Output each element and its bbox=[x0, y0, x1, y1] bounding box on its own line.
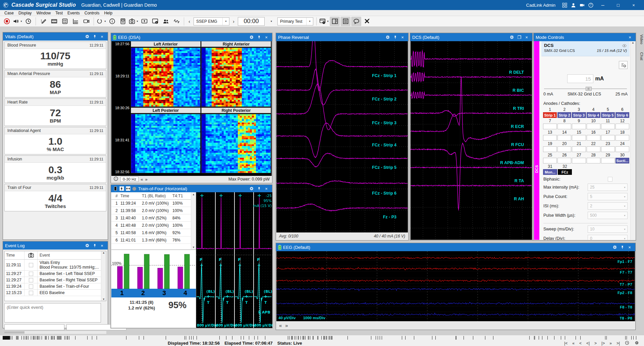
electrode-chip-empty[interactable] bbox=[543, 124, 557, 129]
gear-icon[interactable] bbox=[611, 244, 619, 251]
electrode-chip-strip-1[interactable]: Strip 1 bbox=[543, 112, 557, 118]
tof-table-row[interactable]: 611:41:011.3 mV (68%)76% bbox=[111, 236, 196, 244]
montage-icon[interactable] bbox=[49, 17, 59, 26]
bubble-icon[interactable] bbox=[351, 17, 361, 26]
event-checkbox[interactable] bbox=[29, 263, 33, 267]
annotate-icon[interactable] bbox=[38, 17, 48, 26]
close-icon[interactable]: × bbox=[263, 185, 270, 192]
param-dropdown[interactable]: 0▼ bbox=[588, 235, 628, 240]
list-toggle-icon[interactable] bbox=[340, 17, 351, 26]
electrode-chip-empty[interactable] bbox=[615, 146, 629, 152]
playback-control[interactable]: > bbox=[592, 341, 599, 346]
menu-item-display[interactable]: Display bbox=[16, 11, 34, 15]
impedance-icon[interactable] bbox=[118, 17, 128, 26]
pin-icon[interactable] bbox=[255, 185, 263, 192]
electrode-chip-strip-3[interactable]: Strip 3 bbox=[572, 112, 586, 118]
volume-icon[interactable]: ▼ bbox=[12, 17, 22, 26]
electrode-chip-empty[interactable] bbox=[587, 146, 600, 152]
gear-icon[interactable] bbox=[248, 185, 255, 192]
close-icon[interactable]: × bbox=[399, 34, 406, 41]
maximize-button[interactable]: □ bbox=[610, 0, 626, 10]
clear-x-icon[interactable] bbox=[362, 17, 372, 26]
electrode-chip-sucti-[interactable]: Sucti... bbox=[615, 158, 629, 163]
event-log-scrollbar[interactable]: ▲▼ bbox=[101, 251, 106, 301]
pin-icon[interactable] bbox=[619, 244, 626, 251]
minimize-button[interactable]: ─ bbox=[595, 0, 610, 10]
snapshot-icon[interactable]: ▼ bbox=[128, 17, 139, 26]
probe-icon[interactable]: ▼ bbox=[96, 17, 106, 26]
electrode-chip-empty[interactable] bbox=[557, 135, 571, 141]
electrode-chip-empty[interactable] bbox=[543, 135, 557, 141]
event-checkbox[interactable] bbox=[29, 291, 33, 295]
playback-control[interactable]: |< bbox=[562, 341, 570, 346]
electrode-chip-empty[interactable] bbox=[587, 135, 600, 141]
monitor-user-icon[interactable]: i bbox=[150, 17, 160, 26]
param-dropdown[interactable]: 2▼ bbox=[588, 202, 628, 210]
electrode-chip-empty[interactable] bbox=[601, 146, 615, 152]
session-timeline[interactable] bbox=[0, 335, 644, 340]
electrode-chip-empty[interactable] bbox=[572, 158, 586, 163]
menu-item-test[interactable]: Test bbox=[53, 11, 65, 15]
tof-table-row[interactable]: 311:40:401.0 mV (52%)84% bbox=[111, 214, 196, 222]
tof-table-row[interactable]: 211:39:582.0 mV (100%)100% bbox=[111, 207, 196, 214]
event-log-row[interactable]: 11:29:27Baseline Set - Right Tibial SSEP bbox=[5, 277, 106, 283]
test-select[interactable]: SSEP EMG▼ bbox=[194, 17, 229, 25]
people-icon[interactable] bbox=[161, 17, 171, 26]
tof-table-row[interactable]: 111:39:242.0 mV (100%)100% bbox=[111, 200, 196, 207]
tab-video[interactable]: Video bbox=[638, 32, 644, 47]
eeg-dsa-header[interactable]: EEG (DSA) × bbox=[111, 33, 272, 41]
electrode-chip-strip-4[interactable]: Strip 4 bbox=[587, 112, 600, 118]
dcs-mode-strip[interactable]: DCS bbox=[534, 41, 539, 240]
electrode-chip-empty[interactable] bbox=[601, 135, 615, 141]
record-icon[interactable] bbox=[2, 17, 12, 26]
page-back-button[interactable]: « bbox=[279, 323, 282, 328]
param-dropdown[interactable]: 25▼ bbox=[588, 184, 628, 191]
help-icon[interactable]: ? bbox=[586, 1, 595, 9]
event-checkbox[interactable] bbox=[29, 284, 33, 289]
horizontal-sweep-icon[interactable] bbox=[126, 186, 130, 191]
intensity-slider[interactable] bbox=[544, 86, 627, 91]
electrode-chip-empty[interactable] bbox=[543, 158, 557, 163]
stimulator-icon[interactable] bbox=[113, 186, 118, 191]
restore-icon[interactable]: ❐ bbox=[516, 34, 523, 41]
electrodes-icon[interactable] bbox=[60, 17, 70, 26]
close-icon[interactable]: × bbox=[98, 33, 106, 40]
electrode-chip-empty[interactable] bbox=[615, 124, 629, 129]
param-dropdown[interactable]: 10▼ bbox=[588, 225, 628, 233]
param-dropdown[interactable]: 5▼ bbox=[588, 193, 628, 200]
electrode-chip-empty[interactable] bbox=[572, 135, 586, 141]
electrode-chip-strip-5[interactable]: Strip 5 bbox=[601, 112, 615, 118]
electrode-chip-empty[interactable] bbox=[557, 124, 571, 129]
trends-icon[interactable] bbox=[70, 17, 80, 26]
settings-gear-icon[interactable] bbox=[632, 340, 641, 346]
menu-item-events[interactable]: Events bbox=[65, 11, 82, 15]
phase-reversal-header[interactable]: Phase Reversal × bbox=[276, 33, 408, 41]
electrode-chip-empty[interactable] bbox=[587, 124, 600, 129]
electrode-chip-empty[interactable] bbox=[587, 158, 600, 163]
event-checkbox[interactable] bbox=[29, 278, 33, 282]
quick-event-input[interactable] bbox=[4, 303, 101, 323]
pin-icon[interactable] bbox=[255, 34, 263, 41]
page-forward-button[interactable]: » bbox=[145, 177, 148, 182]
event-checkbox[interactable] bbox=[29, 272, 33, 276]
playback-control[interactable]: <| bbox=[584, 341, 592, 346]
history-icon[interactable] bbox=[23, 17, 33, 26]
playback-control[interactable]: >| bbox=[614, 341, 622, 346]
close-icon[interactable]: × bbox=[523, 34, 530, 41]
test-type-select[interactable]: Primary Test▼ bbox=[277, 17, 313, 25]
event-log-hscrollbar[interactable] bbox=[4, 331, 106, 334]
playback-control[interactable]: |> bbox=[599, 341, 607, 346]
mode-controls-header[interactable]: Mode Controls × bbox=[534, 33, 636, 41]
electrode-chip-empty[interactable] bbox=[601, 158, 615, 163]
info-icon[interactable] bbox=[107, 17, 117, 26]
dcs-header[interactable]: DCS (Default) ❐ × bbox=[410, 33, 532, 41]
tab-chat[interactable]: Chat bbox=[638, 50, 644, 63]
tof-table-row[interactable]: 511:40:581.6 mV (80%)92% bbox=[111, 229, 196, 236]
stim-settings-icon[interactable] bbox=[619, 61, 628, 69]
electrode-chip-strip-2[interactable]: Strip 2 bbox=[557, 112, 571, 118]
videocam-icon[interactable] bbox=[81, 17, 91, 26]
page-forward-button[interactable]: » bbox=[285, 323, 288, 328]
gear-icon[interactable] bbox=[508, 34, 516, 41]
electrode-chip-empty[interactable] bbox=[543, 146, 557, 152]
mode-controls-scrollbar[interactable]: ▲ bbox=[630, 41, 635, 240]
